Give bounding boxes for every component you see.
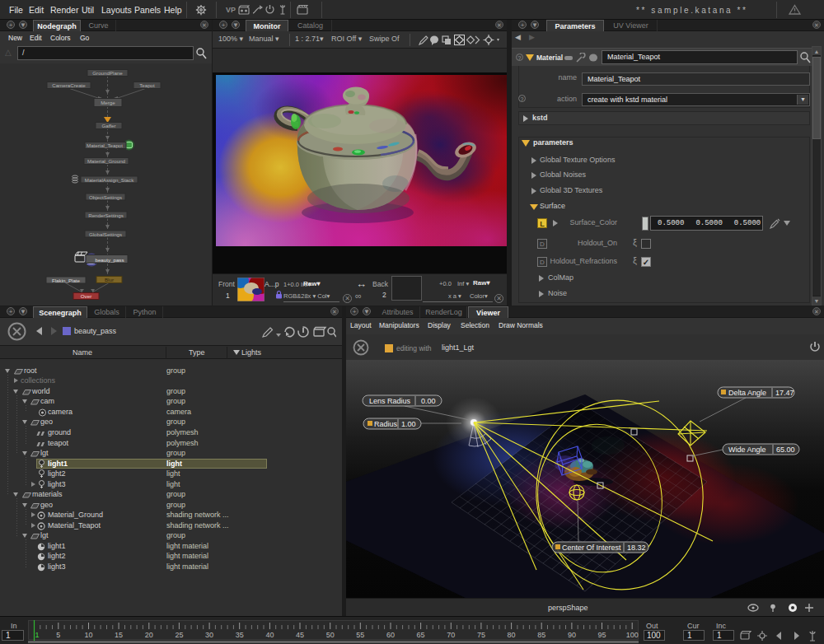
svg-text:18.32: 18.32 [627,544,646,552]
svg-text:50: 50 [326,631,335,639]
svg-text:65: 65 [417,631,425,639]
svg-text:Over: Over [81,293,91,299]
svg-text:Gaffer: Gaffer [101,123,115,128]
svg-text:15: 15 [115,631,123,639]
svg-text:GroundPlane: GroundPlane [92,70,123,76]
svg-text:85: 85 [537,631,545,639]
svg-text:10: 10 [84,631,92,639]
svg-text:45: 45 [296,631,304,639]
svg-text:20: 20 [145,631,153,639]
svg-text:Blur: Blur [105,277,114,282]
svg-text:Merge: Merge [101,100,115,105]
svg-text:Material_Ground: Material_Ground [87,158,126,164]
svg-text:5: 5 [56,631,60,639]
svg-text:35: 35 [236,631,244,639]
svg-text:Flakin_Plate: Flakin_Plate [52,278,81,283]
svg-text:Teapot: Teapot [139,82,155,88]
svg-text:0.00: 0.00 [421,397,436,405]
svg-text:65.00: 65.00 [776,446,795,454]
svg-text:25: 25 [175,631,183,639]
svg-text:95: 95 [597,631,606,639]
svg-text:70: 70 [447,631,455,639]
svg-text:Lens Radius: Lens Radius [369,397,411,405]
svg-text:MaterialAssign_Stack: MaterialAssign_Stack [85,177,134,183]
svg-text:CameraCreate: CameraCreate [52,82,86,88]
svg-text:ObjectSettings: ObjectSettings [89,194,122,200]
svg-text:60: 60 [386,631,395,639]
svg-text:Wide Angle: Wide Angle [728,446,766,454]
svg-text:1: 1 [35,631,40,639]
svg-text:80: 80 [508,631,516,639]
svg-text:RenderSettings: RenderSettings [88,212,124,218]
svg-text:Delta Angle: Delta Angle [728,389,766,397]
svg-text:30: 30 [205,631,213,639]
svg-text:75: 75 [477,631,485,639]
svg-text:Radius: Radius [374,420,398,428]
svg-text:Material_Teapot: Material_Teapot [87,142,123,148]
svg-text:17.47: 17.47 [775,389,794,397]
svg-text:Center Of Interest: Center Of Interest [562,544,621,552]
svg-text:55: 55 [356,631,364,639]
svg-text:beauty_pass: beauty_pass [95,257,124,263]
svg-text:90: 90 [568,631,576,639]
svg-text:100: 100 [626,631,639,639]
svg-text:1.00: 1.00 [401,420,416,428]
svg-text:GlobalSettings: GlobalSettings [89,231,122,237]
svg-text:40: 40 [265,631,274,639]
